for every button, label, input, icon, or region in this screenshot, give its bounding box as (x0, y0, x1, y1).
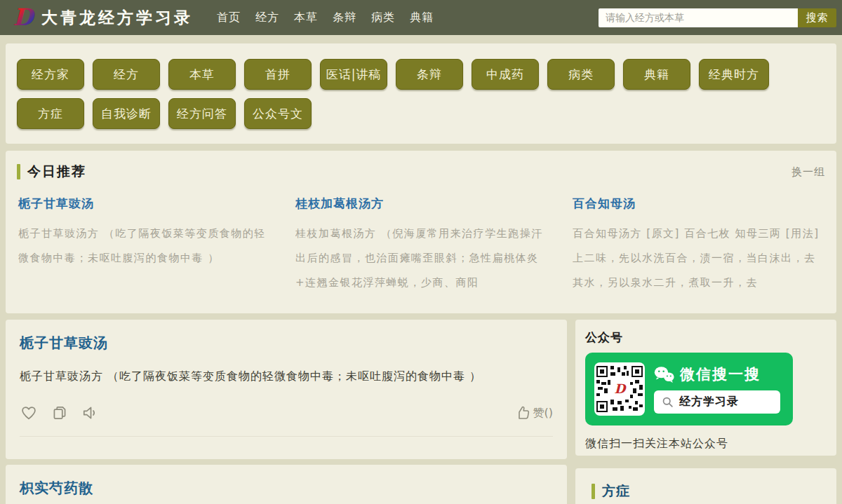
cat-btn-jingfangjia[interactable]: 经方家 (17, 59, 84, 90)
category-panel: 经方家 经方 本草 首拼 医话|讲稿 条辩 中成药 病类 典籍 经典时方 方症 … (6, 43, 836, 144)
recommend-item-title[interactable]: 栀子甘草豉汤 (18, 196, 271, 212)
article-body: 栀子甘草豉汤方 （吃了隔夜饭菜等变质食物的轻微食物中毒；未呕吐腹泻的食物中毒 ） (20, 367, 553, 386)
category-row-1: 经方家 经方 本草 首拼 医话|讲稿 条辩 中成药 病类 典籍 经典时方 (17, 59, 825, 90)
wechat-search-widget[interactable]: D 微信搜一 (585, 353, 793, 425)
recommend-item: 百合知母汤 百合知母汤方 [原文] 百合七枚 知母三两 [用法] 上二味，先以水… (573, 196, 825, 295)
nav-item-home[interactable]: 首页 (217, 11, 241, 25)
cat-btn-gongzhonghaowen[interactable]: 公众号文 (244, 98, 312, 129)
nav-item-binglei[interactable]: 病类 (371, 11, 395, 25)
wechat-heading: 公众号 (585, 329, 827, 346)
cat-btn-jingdianshifang[interactable]: 经典时方 (699, 59, 769, 90)
cat-btn-jingfang[interactable]: 经方 (93, 59, 160, 90)
search-button[interactable]: 搜索 (798, 8, 836, 27)
wechat-icon (654, 366, 674, 383)
section-bar (592, 484, 595, 499)
article-title[interactable]: 栀子甘草豉汤 (20, 334, 553, 353)
qr-code: D (594, 362, 645, 416)
top-header: D 大青龙经方学习录 首页 经方 本草 条辩 病类 典籍 搜索 (0, 0, 842, 35)
article-card-2: 枳实芍药散 (6, 465, 567, 504)
thumbs-up-icon (514, 404, 531, 421)
recommend-item-desc: 桂枝加葛根汤方 （倪海厦常用来治疗学生跑操汗出后的感冒，也治面瘫嘴歪眼斜；急性扁… (295, 222, 548, 295)
search-input[interactable] (599, 8, 798, 27)
cat-btn-yihua-jianggao[interactable]: 医话|讲稿 (320, 59, 387, 90)
cat-btn-fangzheng[interactable]: 方症 (17, 98, 84, 129)
cat-btn-shoupin[interactable]: 首拼 (244, 59, 312, 90)
site-title[interactable]: 大青龙经方学习录 (41, 7, 193, 29)
like-label: 赞() (533, 406, 553, 421)
wechat-widget-right: 微信搜一搜 经方学习录 (654, 365, 780, 414)
recommend-panel: 今日推荐 换一组 栀子甘草豉汤 栀子甘草豉汤方 （吃了隔夜饭菜等变质食物的轻微食… (6, 151, 836, 313)
recommend-columns: 栀子甘草豉汤 栀子甘草豉汤方 （吃了隔夜饭菜等变质食物的轻微食物中毒；未呕吐腹泻… (17, 196, 825, 295)
cat-btn-dianji[interactable]: 典籍 (623, 59, 690, 90)
cat-btn-bencao[interactable]: 本草 (168, 59, 236, 90)
wechat-caption: 微信扫一扫关注本站公众号 (585, 437, 827, 451)
change-group-link[interactable]: 换一组 (791, 165, 825, 179)
site-logo-icon[interactable]: D (9, 4, 36, 31)
section-bar (17, 164, 20, 179)
main-column: 栀子甘草豉汤 栀子甘草豉汤方 （吃了隔夜饭菜等变质食物的轻微食物中毒；未呕吐腹泻… (6, 320, 567, 504)
cat-btn-jingfangwenda[interactable]: 经方问答 (168, 98, 236, 129)
favorite-heart-icon[interactable] (20, 404, 38, 422)
fangzheng-header: 方症 (585, 482, 827, 500)
nav-item-tiaobian[interactable]: 条辩 (333, 11, 356, 25)
svg-text:D: D (615, 381, 627, 396)
cat-btn-binglei[interactable]: 病类 (547, 59, 615, 90)
like-button[interactable]: 赞() (514, 404, 553, 421)
fangzheng-heading: 方症 (602, 482, 630, 500)
speaker-audio-icon[interactable] (81, 404, 100, 422)
nav-item-jingfang[interactable]: 经方 (255, 11, 279, 25)
cat-btn-zhongchengyao[interactable]: 中成药 (472, 59, 539, 90)
search-icon (662, 396, 674, 408)
cat-btn-ziwozhenduan[interactable]: 自我诊断 (93, 98, 160, 129)
page-body: 经方家 经方 本草 首拼 医话|讲稿 条辩 中成药 病类 典籍 经典时方 方症 … (0, 35, 842, 504)
fangzheng-card: 方症 (575, 468, 836, 504)
recommend-item: 栀子甘草豉汤 栀子甘草豉汤方 （吃了隔夜饭菜等变质食物的轻微食物中毒；未呕吐腹泻… (18, 196, 271, 295)
category-row-2: 方症 自我诊断 经方问答 公众号文 (17, 98, 825, 129)
cat-btn-tiaobian[interactable]: 条辩 (396, 59, 463, 90)
nav-item-dianji[interactable]: 典籍 (410, 11, 434, 25)
wechat-account-name: 经方学习录 (679, 395, 739, 409)
copy-icon[interactable] (51, 404, 69, 422)
top-nav: 首页 经方 本草 条辩 病类 典籍 (217, 11, 434, 25)
recommend-item: 桂枝加葛根汤方 桂枝加葛根汤方 （倪海厦常用来治疗学生跑操汗出后的感冒，也治面瘫… (295, 196, 548, 295)
article-actions: 赞() (20, 404, 553, 422)
wechat-account-search-pill[interactable]: 经方学习录 (654, 390, 780, 414)
recommend-title: 今日推荐 (27, 163, 86, 181)
recommend-item-title[interactable]: 桂枝加葛根汤方 (295, 196, 548, 212)
recommend-item-title[interactable]: 百合知母汤 (573, 196, 825, 212)
wechat-brand-text: 微信搜一搜 (680, 365, 761, 384)
recommend-item-desc: 百合知母汤方 [原文] 百合七枚 知母三两 [用法] 上二味，先以水洗百合，渍一… (573, 222, 825, 295)
article-title[interactable]: 枳实芍药散 (20, 479, 553, 498)
recommend-item-desc: 栀子甘草豉汤方 （吃了隔夜饭菜等变质食物的轻微食物中毒；未呕吐腹泻的食物中毒 ） (18, 222, 271, 271)
article-card: 栀子甘草豉汤 栀子甘草豉汤方 （吃了隔夜饭菜等变质食物的轻微食物中毒；未呕吐腹泻… (6, 320, 567, 459)
divider (20, 436, 553, 437)
sidebar: 公众号 (575, 320, 836, 504)
svg-text:D: D (13, 4, 36, 31)
header-search: 搜索 (599, 8, 836, 27)
wechat-official-card: 公众号 (575, 320, 836, 456)
nav-item-bencao[interactable]: 本草 (294, 11, 318, 25)
recommend-header: 今日推荐 换一组 (17, 163, 825, 181)
